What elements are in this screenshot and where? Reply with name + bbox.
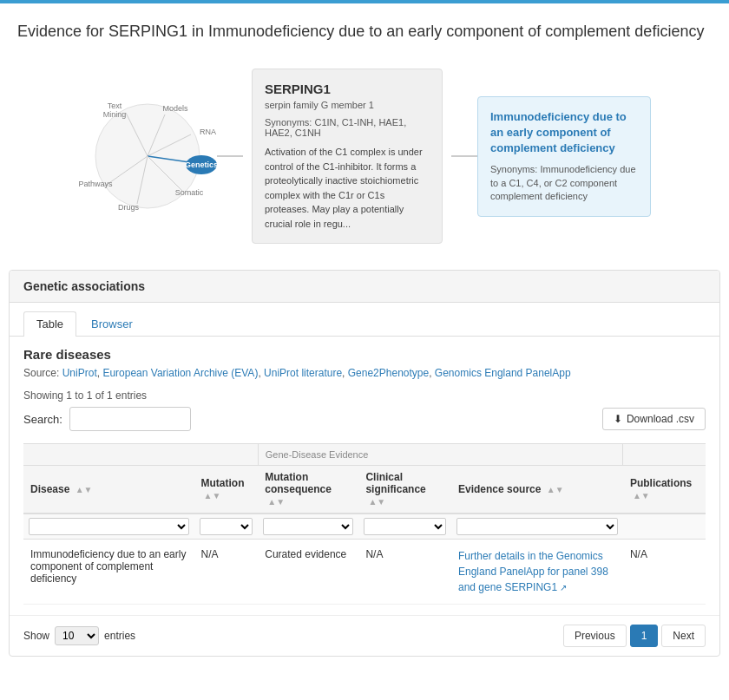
gene-description: Activation of the C1 complex is under co… — [265, 145, 430, 231]
page-1-button[interactable]: 1 — [630, 625, 659, 647]
source-genomics-england[interactable]: Genomics England PanelApp — [435, 367, 571, 379]
th-mutation[interactable]: Mutation ▲▼ — [194, 466, 259, 514]
table-footer: Show 10 25 50 100 entries Previous 1 Nex… — [10, 615, 719, 656]
cs-sort-icon: ▲▼ — [368, 497, 385, 507]
search-download-row: Search: ⬇ Download .csv — [23, 407, 706, 431]
page-container: Evidence for SERPING1 in Immunodeficienc… — [0, 3, 729, 700]
th-gene-disease-group: Gene-Disease Evidence — [258, 444, 623, 466]
es-filter-select[interactable] — [456, 518, 618, 535]
th-disease-group — [23, 444, 194, 466]
th-mutation-consequence[interactable]: Mutation consequence ▲▼ — [258, 466, 358, 514]
entries-label: entries — [104, 630, 135, 642]
radial-wheel-svg: Text Mining Models RNA Genetics Somatic — [78, 87, 217, 226]
disease-sort-icon: ▲▼ — [76, 485, 93, 494]
disease-name: Immunodeficiency due to an early compone… — [490, 109, 638, 157]
source-uniprot[interactable]: UniProt — [62, 367, 97, 379]
search-group: Search: — [23, 407, 191, 431]
rare-diseases-title: Rare diseases — [23, 347, 706, 362]
source-line: Source: UniProt, European Variation Arch… — [23, 367, 706, 379]
evidence-diagram: Text Mining Models RNA Genetics Somatic — [0, 51, 729, 261]
source-prefix: Source: — [23, 367, 62, 379]
th-publications-group — [623, 444, 706, 466]
filter-clinical-significance[interactable] — [358, 514, 451, 540]
cs-filter-select[interactable] — [364, 518, 446, 535]
tab-browser[interactable]: Browser — [78, 311, 146, 336]
table-content: Rare diseases Source: UniProt, European … — [10, 337, 719, 615]
connector-gene — [217, 155, 243, 157]
th-disease[interactable]: Disease ▲▼ — [23, 466, 194, 514]
cell-publications: N/A — [623, 540, 706, 605]
th-mutation-group — [194, 444, 259, 466]
svg-text:Models: Models — [162, 104, 188, 113]
external-link-icon: ↗ — [560, 583, 567, 592]
pagination: Previous 1 Next — [563, 625, 706, 647]
search-label: Search: — [23, 413, 62, 426]
evidence-source-link[interactable]: Further details in the Genomics England … — [458, 550, 608, 593]
cell-disease: Immunodeficiency due to an early compone… — [23, 540, 194, 605]
search-input[interactable] — [69, 407, 191, 431]
show-entries: Show 10 25 50 100 entries — [23, 626, 135, 645]
cell-mutation-consequence: Curated evidence — [258, 540, 358, 605]
es-sort-icon: ▲▼ — [547, 485, 564, 494]
mutation-filter-select[interactable] — [200, 518, 253, 535]
data-table: Gene-Disease Evidence Disease ▲▼ Mutatio… — [23, 443, 706, 605]
filter-disease[interactable] — [23, 514, 194, 540]
cell-mutation: N/A — [194, 540, 259, 605]
disease-card: Immunodeficiency due to an early compone… — [477, 96, 651, 217]
source-uniprot-lit[interactable]: UniProt literature — [264, 367, 342, 379]
source-gene2phenotype[interactable]: Gene2Phenotype — [348, 367, 429, 379]
mc-filter-select[interactable] — [263, 518, 353, 535]
download-label: Download .csv — [627, 413, 694, 425]
cell-evidence-source: Further details in the Genomics England … — [451, 540, 623, 605]
download-csv-button[interactable]: ⬇ Download .csv — [602, 408, 706, 430]
connector-disease — [451, 155, 477, 157]
entries-per-page-select[interactable]: 10 25 50 100 — [55, 626, 99, 645]
gene-subtitle: serpin family G member 1 — [265, 100, 430, 110]
gene-synonyms: Synonyms: C1IN, C1-INH, HAE1, HAE2, C1NH — [265, 117, 430, 138]
disease-synonyms: Synonyms: Immunodeficiency due to a C1, … — [490, 163, 638, 203]
svg-text:Drugs: Drugs — [118, 203, 140, 212]
table-filter-row — [23, 514, 706, 540]
table-column-header-row: Disease ▲▼ Mutation ▲▼ Mutation conseque… — [23, 466, 706, 514]
svg-text:Somatic: Somatic — [175, 188, 204, 197]
th-clinical-significance[interactable]: Clinical significance ▲▼ — [358, 466, 451, 514]
mc-sort-icon: ▲▼ — [267, 497, 285, 507]
next-page-button[interactable]: Next — [661, 625, 706, 647]
show-label: Show — [23, 630, 49, 642]
pub-sort-icon: ▲▼ — [633, 491, 650, 500]
tab-table[interactable]: Table — [23, 311, 76, 337]
th-publications[interactable]: Publications ▲▼ — [623, 466, 706, 514]
filter-mutation[interactable] — [194, 514, 259, 540]
gene-name: SERPING1 — [265, 82, 430, 96]
mutation-sort-icon: ▲▼ — [204, 491, 221, 500]
showing-info: Showing 1 to 1 of 1 entries — [23, 389, 706, 402]
svg-text:Mining: Mining — [103, 110, 127, 119]
section-header: Genetic associations — [10, 271, 719, 303]
previous-page-button[interactable]: Previous — [563, 625, 627, 647]
filter-evidence-source[interactable] — [451, 514, 623, 540]
gene-card: SERPING1 serpin family G member 1 Synony… — [252, 69, 443, 244]
filter-mutation-consequence[interactable] — [258, 514, 358, 540]
source-eva[interactable]: European Variation Archive (EVA) — [102, 367, 258, 379]
disease-filter-select[interactable] — [29, 518, 189, 535]
th-evidence-source[interactable]: Evidence source ▲▼ — [451, 466, 623, 514]
table-group-header-row: Gene-Disease Evidence — [23, 444, 706, 466]
tabs-container: Table Browser — [10, 303, 719, 337]
svg-text:Text: Text — [108, 101, 122, 110]
cell-clinical-significance: N/A — [358, 540, 451, 605]
svg-text:Pathways: Pathways — [78, 180, 113, 188]
page-title: Evidence for SERPING1 in Immunodeficienc… — [0, 3, 729, 51]
genetic-associations-section: Genetic associations Table Browser Rare … — [9, 270, 720, 657]
svg-text:RNA: RNA — [200, 128, 216, 136]
download-icon: ⬇ — [614, 413, 622, 425]
radial-wheel: Text Mining Models RNA Genetics Somatic — [78, 87, 217, 226]
table-row: Immunodeficiency due to an early compone… — [23, 540, 706, 605]
filter-publications — [623, 514, 706, 540]
svg-text:Genetics: Genetics — [185, 160, 217, 169]
table-body: Immunodeficiency due to an early compone… — [23, 540, 706, 605]
